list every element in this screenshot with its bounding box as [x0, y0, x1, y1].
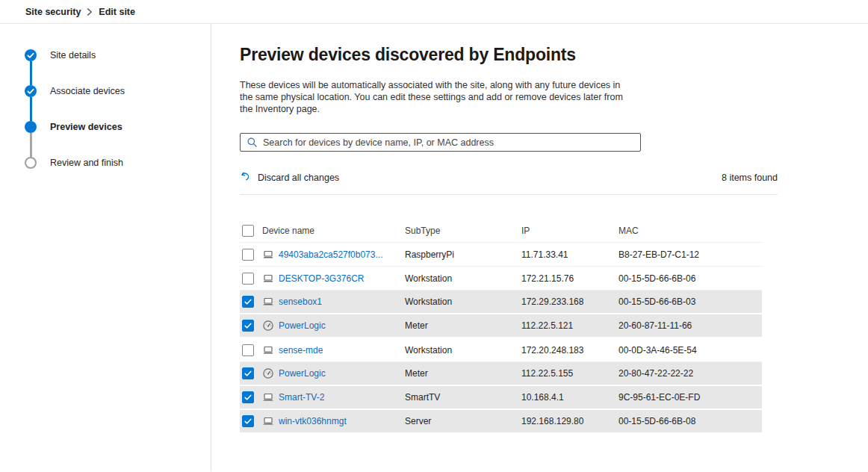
row-checkbox[interactable]	[242, 344, 254, 356]
table-row[interactable]: PowerLogicMeter112.22.5.12120-60-87-11-1…	[240, 314, 762, 338]
stepper-step-associate-devices[interactable]: Associate devices	[25, 85, 211, 97]
device-name-link[interactable]: win-vtk036hnmgt	[279, 416, 347, 426]
stepper-step-site-details[interactable]: Site details	[25, 49, 211, 61]
select-all-checkbox[interactable]	[242, 225, 254, 237]
stepper-step-label: Associate devices	[50, 86, 125, 96]
stepper-connector	[30, 133, 32, 157]
chevron-right-icon	[87, 8, 93, 16]
table-row[interactable]: PowerLogicMeter112.22.5.15520-80-47-22-2…	[240, 362, 762, 386]
table-row[interactable]: DESKTOP-3G376CRWorkstation172.21.15.7600…	[240, 267, 762, 291]
table-row[interactable]: sensebox1Workstation172.29.233.16800-15-…	[240, 291, 762, 314]
mac-cell: 00-15-5D-66-6B-08	[619, 410, 762, 434]
stepper-connector	[30, 61, 32, 85]
device-name-link[interactable]: DESKTOP-3G376CR	[279, 273, 365, 284]
devices-table-body: 49403aba2ca527f0b073...RaspberryPi11.71.…	[240, 243, 762, 434]
laptop-icon	[262, 416, 275, 426]
ip-cell: 112.22.5.155	[521, 362, 619, 386]
column-header-device-name: Device name	[262, 226, 314, 236]
laptop-icon	[262, 249, 275, 260]
discard-all-changes-label: Discard all changes	[258, 173, 339, 183]
subtype-cell: Meter	[405, 314, 521, 338]
mac-cell: 00-15-5D-66-6B-06	[619, 267, 762, 291]
column-header-subtype: SubType	[405, 220, 521, 243]
laptop-icon	[262, 296, 275, 307]
main-content: Preview devices discovered by Endpoints …	[211, 24, 868, 471]
table-header-row: Device name SubType IP MAC	[240, 220, 762, 243]
row-checkbox[interactable]	[242, 367, 254, 379]
device-name-link[interactable]: sense-mde	[279, 345, 323, 355]
breadcrumb: Site security Edit site	[0, 0, 868, 24]
discard-all-changes-button[interactable]: Discard all changes	[240, 171, 339, 184]
device-name-link[interactable]: 49403aba2ca527f0b073...	[279, 249, 382, 260]
check-circle-icon	[25, 49, 37, 61]
mac-cell: 00-15-5D-66-6B-03	[619, 291, 762, 314]
column-header-ip: IP	[521, 220, 619, 243]
wizard-stepper: Site details Associate devicesPreview de…	[0, 24, 211, 471]
row-checkbox[interactable]	[242, 273, 254, 285]
breadcrumb-site-security[interactable]: Site security	[25, 7, 81, 17]
row-checkbox[interactable]	[242, 320, 254, 332]
edit-site-page: Site security Edit site Site details Ass…	[0, 0, 868, 472]
ip-cell: 112.22.5.121	[521, 314, 619, 338]
meter-icon	[262, 320, 275, 332]
check-circle-icon	[25, 85, 37, 97]
column-header-mac: MAC	[619, 220, 762, 243]
device-name-link[interactable]: PowerLogic	[279, 368, 326, 379]
table-row[interactable]: win-vtk036hnmgtServer192.168.129.8000-15…	[240, 410, 762, 434]
page-description: These devices will be automatically asso…	[240, 80, 625, 115]
device-name-link[interactable]: PowerLogic	[279, 320, 326, 331]
table-toolbar: Discard all changes 8 items found	[240, 171, 778, 184]
ip-cell: 172.29.233.168	[521, 291, 619, 314]
device-search	[240, 133, 641, 152]
page-title: Preview devices discovered by Endpoints	[240, 45, 868, 65]
mac-cell: 00-0D-3A-46-5E-54	[619, 338, 762, 362]
ip-cell: 10.168.4.1	[521, 386, 619, 410]
search-icon	[247, 137, 258, 151]
row-checkbox[interactable]	[242, 296, 254, 308]
breadcrumb-edit-site: Edit site	[99, 7, 135, 17]
subtype-cell: Workstation	[405, 291, 521, 314]
ip-cell: 11.71.33.41	[521, 243, 619, 267]
stepper-step-label: Site details	[50, 50, 96, 60]
laptop-icon	[262, 273, 275, 284]
stepper-connector	[30, 97, 32, 121]
row-checkbox[interactable]	[242, 391, 254, 403]
search-input[interactable]	[240, 133, 641, 152]
toolbar-divider	[240, 194, 778, 195]
laptop-icon	[262, 392, 275, 403]
ip-cell: 172.20.248.183	[521, 338, 619, 362]
subtype-cell: Workstation	[405, 267, 521, 291]
subtype-cell: RaspberryPi	[405, 243, 521, 267]
mac-cell: 20-60-87-11-11-66	[619, 314, 762, 338]
subtype-cell: Server	[405, 410, 521, 434]
table-row[interactable]: 49403aba2ca527f0b073...RaspberryPi11.71.…	[240, 243, 762, 267]
undo-icon	[240, 171, 251, 184]
device-name-link[interactable]: Smart-TV-2	[279, 392, 324, 403]
stepper-step-label: Review and finish	[50, 158, 123, 168]
table-row[interactable]: Smart-TV-2SmartTV10.168.4.19C-95-61-EC-0…	[240, 386, 762, 410]
ip-cell: 172.21.15.76	[521, 267, 619, 291]
meter-icon	[262, 367, 275, 379]
mac-cell: 9C-95-61-EC-0E-FD	[619, 386, 762, 410]
stepper-step-review-and-finish[interactable]: Review and finish	[25, 157, 211, 169]
stepper-step-preview-devices[interactable]: Preview devices	[25, 121, 211, 133]
empty-circle-icon	[25, 157, 37, 169]
mac-cell: B8-27-EB-D7-C1-12	[619, 243, 762, 267]
items-found-count: 8 items found	[722, 173, 778, 183]
devices-table: Device name SubType IP MAC 49403aba2ca52…	[240, 220, 762, 434]
subtype-cell: Meter	[405, 362, 521, 386]
ip-cell: 192.168.129.80	[521, 410, 619, 434]
mac-cell: 20-80-47-22-22-22	[619, 362, 762, 386]
device-name-link[interactable]: sensebox1	[279, 296, 322, 307]
row-checkbox[interactable]	[242, 415, 254, 427]
filled-circle-icon	[25, 121, 37, 133]
laptop-icon	[262, 345, 275, 355]
row-checkbox[interactable]	[242, 249, 254, 261]
subtype-cell: Workstation	[405, 338, 521, 362]
subtype-cell: SmartTV	[405, 386, 521, 410]
stepper-step-label: Preview devices	[50, 122, 123, 132]
table-row[interactable]: sense-mdeWorkstation172.20.248.18300-0D-…	[240, 338, 762, 362]
